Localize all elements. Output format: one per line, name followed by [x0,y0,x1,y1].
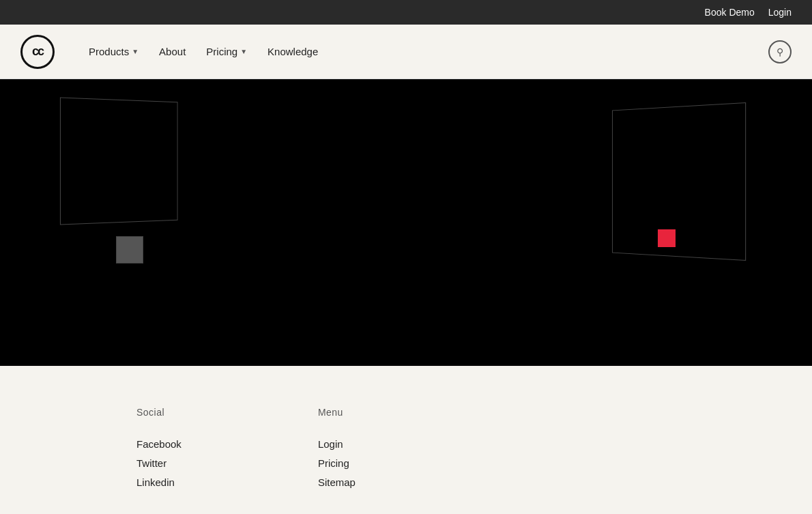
decorative-rect-left-bottom [116,236,143,263]
nav-about[interactable]: About [159,46,186,57]
menu-pricing-link[interactable]: Pricing [318,457,349,469]
nav-knowledge[interactable]: Knowledge [267,46,318,57]
logo-icon: cc [20,35,55,69]
list-item: Facebook [136,438,182,451]
nav-pricing[interactable]: Pricing ▼ [206,46,247,57]
menu-login-link[interactable]: Login [318,438,343,450]
decorative-rect-left [60,97,178,225]
linkedin-link[interactable]: Linkedin [136,476,175,488]
chevron-down-icon: ▼ [132,48,139,55]
list-item: Pricing [318,457,356,470]
logo[interactable]: cc [20,35,55,69]
menu-links-list: Login Pricing Sitemap [318,438,356,489]
search-icon: ⚲ [777,46,783,57]
top-bar: Book Demo Login [0,0,812,25]
twitter-link[interactable]: Twitter [136,457,166,469]
nav-products[interactable]: Products ▼ [89,46,139,57]
social-links-list: Facebook Twitter Linkedin [136,438,182,489]
menu-sitemap-link[interactable]: Sitemap [318,476,356,488]
decorative-rect-red [658,229,676,247]
decorative-rect-right [612,102,746,261]
footer-menu-col: Menu Login Pricing Sitemap [318,407,356,496]
list-item: Sitemap [318,476,356,489]
menu-heading: Menu [318,407,356,418]
hero-section [0,79,812,366]
book-demo-link[interactable]: Book Demo [705,7,755,18]
footer-social-col: Social Facebook Twitter Linkedin [136,407,182,496]
list-item: Login [318,438,356,451]
facebook-link[interactable]: Facebook [136,438,182,450]
footer-main: Social Facebook Twitter Linkedin Menu Lo… [0,366,812,514]
login-link-top[interactable]: Login [768,7,792,18]
list-item: Twitter [136,457,182,470]
list-item: Linkedin [136,476,182,489]
navigation: cc Products ▼ About Pricing ▼ Knowledge … [0,25,812,79]
search-button[interactable]: ⚲ [768,40,792,63]
chevron-down-icon: ▼ [240,48,247,55]
social-heading: Social [136,407,182,418]
